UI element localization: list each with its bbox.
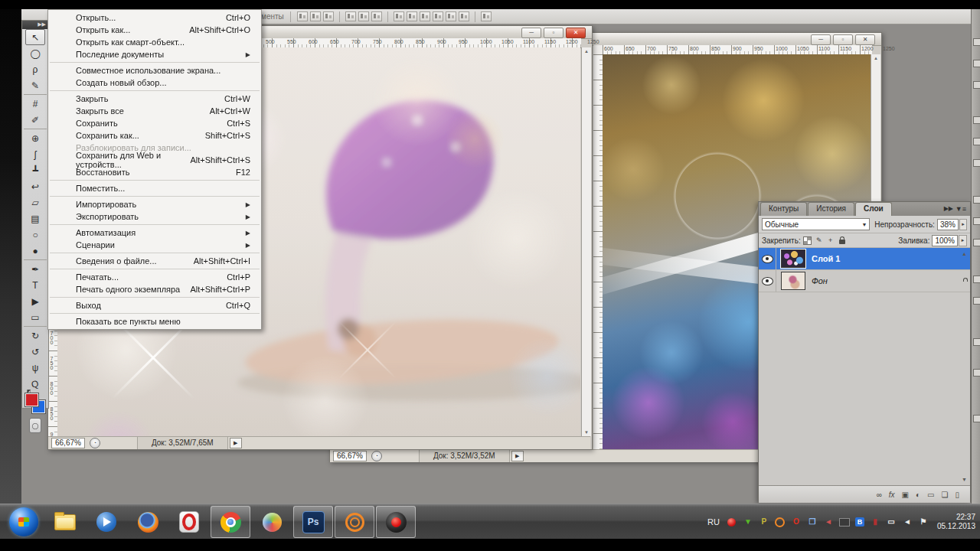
dock-panel-icon[interactable] [973,38,980,46]
menu-item[interactable]: Сценарии▶ [48,239,261,251]
opera-tray-icon[interactable]: O [791,517,802,527]
distribute-horizontal-centers-icon[interactable] [446,11,456,21]
dock-panel-icon[interactable] [973,81,980,89]
orbit-3d-tool[interactable]: ↺ [25,344,45,360]
tab-история[interactable]: История [808,202,854,216]
audio-red-icon[interactable]: ◄ [823,517,834,527]
layer-row[interactable]: Фон [759,270,970,292]
window1-minimize-button[interactable]: ─ [521,28,541,38]
menu-item[interactable]: Сохранить как...Shift+Ctrl+S [48,129,261,142]
align-horizontal-centers-icon[interactable] [358,11,369,21]
layer-visibility-toggle[interactable] [759,270,776,292]
dodge-tool[interactable]: ● [25,243,45,259]
align-bottom-edges-icon[interactable] [323,11,334,21]
foreground-color-swatch[interactable] [25,393,38,406]
window1-zoom-level[interactable]: 66,67% [51,438,85,448]
layer-name[interactable]: Фон [812,276,828,285]
blur-tool[interactable]: ○ [25,227,45,243]
layer-row[interactable]: Слой 1 [759,248,970,270]
layer-thumbnail[interactable] [781,272,805,290]
move-tool[interactable]: ↖ [25,29,45,45]
dock-panel-icon[interactable] [973,297,980,305]
program-p-icon[interactable]: P [759,517,769,527]
clone-stamp-tool[interactable]: ┻ [25,162,45,178]
menu-item[interactable]: Открыть как смарт-объект... [48,36,261,48]
mailru-tray-icon[interactable] [775,517,786,527]
layer-visibility-toggle[interactable] [759,248,776,269]
menu-item[interactable]: Импортировать▶ [48,198,261,210]
explorer-button[interactable] [45,506,85,538]
layer-style-icon[interactable]: fx [889,491,895,499]
window1-status-menu-arrow[interactable]: ▶ [230,438,242,448]
taskbar-clock[interactable]: 22:37 05.12.2013 [937,513,975,531]
start-button[interactable] [4,506,44,538]
fill-spinner-icon[interactable]: ▸ [959,235,967,246]
adjustment-layer-icon[interactable]: ◐ [916,491,920,499]
layers-scroll-up-icon[interactable]: ▲ [962,251,967,256]
mailru-agent-button[interactable] [335,506,374,538]
window1-close-button[interactable]: ✕ [566,28,586,38]
shape-tool[interactable]: ▭ [25,309,45,325]
lock-paint-icon[interactable]: ✎ [815,236,824,245]
collapsed-panel-dock[interactable] [971,9,980,504]
align-top-edges-icon[interactable] [297,11,308,21]
lock-all-icon[interactable] [838,236,847,245]
update-download-icon[interactable]: ▼ [743,517,753,527]
recorder-tray-icon[interactable] [727,517,737,527]
menu-item[interactable]: СохранитьCtrl+S [48,117,261,129]
layers-scroll-down-icon[interactable]: ▼ [962,477,967,482]
layer-thumbnail[interactable] [781,249,805,268]
menu-item[interactable]: Поместить... [48,182,261,194]
menu-item[interactable]: Совместное использование экрана... [48,64,261,77]
menu-item[interactable]: Открыть...Ctrl+O [48,11,261,24]
usb-remove-icon[interactable]: ▮ [870,517,880,527]
menu-item[interactable]: Сохранить для Web и устройств...Alt+Shif… [48,154,261,166]
window-switch-icon[interactable]: ❐ [807,517,818,527]
window2-zoom-level[interactable]: 66,67% [333,451,367,461]
type-tool[interactable]: T [25,277,45,293]
dock-panel-icon[interactable] [973,415,980,422]
tab-слои[interactable]: Слои [855,202,892,216]
quick-selection-tool[interactable]: ✎ [25,77,45,93]
bluetooth-icon[interactable]: B [855,517,864,527]
scroll-down-icon[interactable]: ▼ [584,430,589,435]
pen-tool[interactable]: ✒ [25,261,45,277]
crop-tool[interactable]: # [25,96,45,112]
lock-position-icon[interactable]: + [826,236,835,245]
tools-collapse-button[interactable]: ▶▶ [22,21,48,29]
dock-panel-icon[interactable] [973,138,980,145]
menu-item[interactable]: Создать новый обзор... [48,77,261,89]
network-icon[interactable]: ⚑ [918,517,929,527]
dock-panel-icon[interactable] [973,116,980,124]
eyedropper-tool[interactable]: ✐ [25,112,45,128]
distribute-right-edges-icon[interactable] [459,11,469,21]
default-colors-icon[interactable]: ◩ [27,388,32,393]
panel-menu-icon[interactable]: ▼≡ [956,205,966,213]
dock-panel-icon[interactable] [973,159,980,167]
panel-collapse-icon[interactable]: ▶▶ [944,205,953,212]
window2-close-button[interactable]: ✕ [855,34,875,45]
scroll-up-icon[interactable]: ▲ [584,49,589,54]
menu-item[interactable]: Печатать...Ctrl+P [48,271,261,283]
action-center-icon[interactable]: ▭ [886,517,897,527]
link-layers-icon[interactable]: ∞ [877,491,882,499]
gradient-tool[interactable]: ▤ [25,210,45,227]
layer-group-icon[interactable]: ▭ [927,491,934,499]
display-settings-icon[interactable] [839,517,850,527]
lasso-tool[interactable]: ρ [25,61,45,77]
dock-panel-icon[interactable] [973,369,980,377]
menu-item[interactable]: Экспортировать▶ [48,210,261,223]
window1-maximize-button[interactable]: ▫ [544,28,564,38]
colorful-app-button[interactable] [252,506,292,538]
dock-panel-icon[interactable] [973,239,980,246]
tab-контуры[interactable]: Контуры [760,202,807,216]
language-indicator[interactable]: RU [707,517,720,527]
opacity-spinner-icon[interactable]: ▸ [959,219,967,230]
quick-mask-button[interactable]: ◯ [29,418,41,433]
dock-panel-icon[interactable] [973,60,980,67]
menu-item[interactable]: ВыходCtrl+Q [48,299,261,311]
opacity-value[interactable]: 38% [937,219,959,230]
layer-mask-icon[interactable]: ▣ [902,491,909,499]
new-layer-icon[interactable]: ❏ [942,491,949,499]
rotate-3d-tool[interactable]: ↻ [25,328,45,344]
